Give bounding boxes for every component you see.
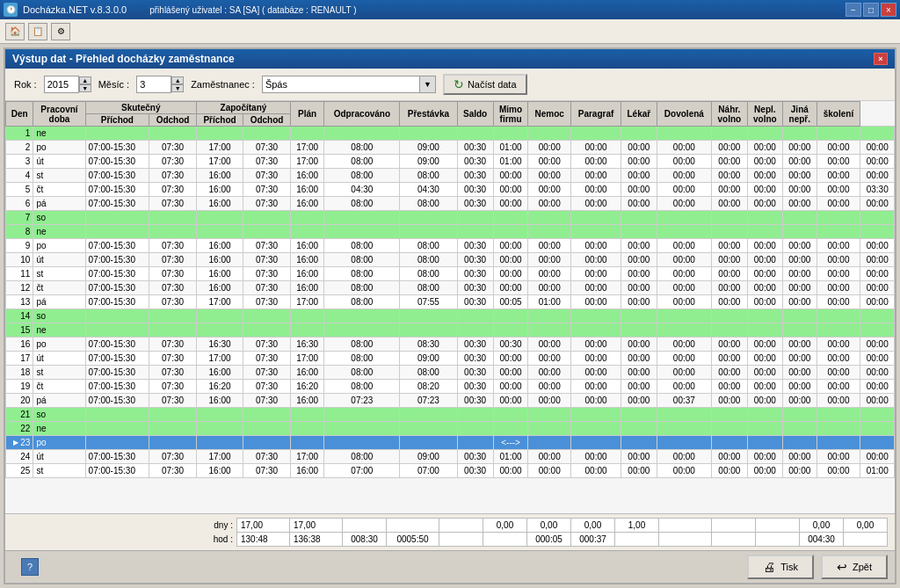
table-row[interactable]: 25st07:00-15:3007:3016:0007:3016:0007:00… [6,464,895,478]
dny-nemoc: 0,00 [527,519,571,533]
col-saldo: Saldo [457,102,493,127]
table-body: 1ne2po07:00-15:3007:3017:0007:3017:0008:… [6,127,895,478]
window-titlebar: 🕐 Docházka.NET v.8.3.0.0 přihlášený uživ… [0,0,900,19]
hod-nahr [712,533,756,547]
table-row[interactable]: 7so [6,211,895,225]
toolbar: 🏠 📋 ⚙ [0,19,900,44]
hod-plan: 130:48 [237,533,290,547]
col-zap-od: Odchod [243,114,291,127]
table-row[interactable]: 4st07:00-15:3007:3016:0007:3016:0008:000… [6,169,895,183]
rok-input[interactable] [44,76,79,93]
back-icon: ↩ [837,560,847,574]
zamestnanec-label: Zaměstnanec : [191,79,255,90]
table-row[interactable]: 16po07:00-15:3007:3016:3007:3016:3008:00… [6,338,895,352]
table-row[interactable]: 13pá07:00-15:3007:3017:0007:3017:0008:00… [6,295,895,309]
hod-jina: 004:30 [800,533,844,547]
col-nemoc: Nemoc [528,102,571,127]
table-row[interactable]: 14so [6,309,895,323]
app-title: Docházka.NET v.8.3.0.0 [23,4,127,15]
col-skutecny: Skutečný [85,102,196,114]
hod-label: hod : [12,533,237,547]
dny-saldo [387,519,439,533]
summary-table: dny : 17,00 17,00 0,00 0,00 0,00 1,00 0,… [12,518,888,547]
mesic-down-button[interactable]: ▼ [171,84,184,92]
col-sc-od: Odchod [149,114,197,127]
col-zap-pr: Příchod [196,114,243,127]
table-row[interactable]: 10út07:00-15:3007:3016:0007:3016:0008:00… [6,253,895,267]
hod-dov [659,533,712,547]
tisk-button[interactable]: 🖨 Tisk [747,555,814,579]
mesic-input[interactable] [136,76,171,93]
table-row[interactable]: 9po07:00-15:3007:3016:0007:3016:0008:000… [6,239,895,253]
zamestnanec-dropdown-button[interactable]: ▼ [420,76,436,93]
dny-jina: 0,00 [800,519,844,533]
hod-parag: 000:37 [571,533,615,547]
toolbar-btn-2[interactable]: 📋 [28,23,47,40]
rok-up-button[interactable]: ▲ [79,76,91,84]
summary-area: dny : 17,00 17,00 0,00 0,00 0,00 1,00 0,… [5,513,895,550]
summary-hod-row: hod : 130:48 136:38 008:30 0005:50 000:0… [12,533,888,547]
attendance-table: Den Pracovnídoba Skutečný Započítaný Plá… [5,101,895,478]
dny-mimo: 0,00 [483,519,527,533]
table-row[interactable]: 6pá07:00-15:3007:3016:0007:3016:0008:000… [6,197,895,211]
dny-nepl [756,519,800,533]
user-info: přihlášený uživatel : SA [SA] ( databáze… [149,5,356,15]
col-jina: Jinánepř. [783,102,817,127]
dialog: Výstup dat - Přehled docházky zaměstnanc… [4,47,896,584]
window-close-button[interactable]: × [881,3,896,17]
dny-odpr2 [439,519,483,533]
table-row[interactable]: 12čt07:00-15:3007:3016:0007:3016:0008:00… [6,281,895,295]
mesic-up-button[interactable]: ▲ [171,76,184,84]
col-skol: školení [817,102,860,127]
dny-parag: 0,00 [571,519,615,533]
table-row[interactable]: 24út07:00-15:3007:3017:0007:3017:0008:00… [6,450,895,464]
summary-dny-row: dny : 17,00 17,00 0,00 0,00 0,00 1,00 0,… [12,519,888,533]
col-prest: Přestávka [400,102,457,127]
col-dov: Dovolená [657,102,712,127]
col-plan: Plán [290,102,323,127]
table-row[interactable]: 15ne [6,323,895,338]
hod-nepl [756,533,800,547]
filter-bar: Rok : ▲ ▼ Měsíc : ▲ ▼ Zaměstnanec : ▼ ↻ … [5,69,895,101]
nacist-button[interactable]: ↻ Načíst data [443,74,527,95]
dialog-close-button[interactable]: × [874,53,888,65]
hod-odpr2 [439,533,483,547]
hod-lekar [615,533,659,547]
col-den: Den [6,102,33,127]
rok-label: Rok : [14,79,37,90]
table-row[interactable]: 18st07:00-15:3007:3016:0007:3016:0008:00… [6,366,895,380]
dny-skol: 0,00 [844,519,888,533]
hod-nemoc: 000:05 [527,533,571,547]
toolbar-btn-3[interactable]: ⚙ [51,23,70,40]
zpet-button[interactable]: ↩ Zpět [821,555,888,579]
col-sc-pr: Příchod [85,114,149,127]
table-row[interactable]: ▶23po<---> [6,436,895,450]
minimize-button[interactable]: − [846,3,861,17]
table-row[interactable]: 3út07:00-15:3007:3017:0007:3017:0008:000… [6,155,895,169]
print-icon: 🖨 [763,560,775,574]
col-zapocitany: Započítaný [196,102,290,114]
dny-prest [343,519,387,533]
rok-down-button[interactable]: ▼ [79,84,91,92]
table-row[interactable]: 19čt07:00-15:3007:3016:2007:3016:2008:00… [6,380,895,394]
dialog-title: Výstup dat - Přehled docházky zaměstnanc… [12,53,235,65]
help-icon[interactable]: ? [21,558,39,576]
data-table-container: Den Pracovnídoba Skutečný Započítaný Plá… [5,101,895,513]
table-row[interactable]: 8ne [6,225,895,239]
hod-odpr: 136:38 [290,533,343,547]
table-row[interactable]: 22ne [6,422,895,436]
table-row[interactable]: 1ne [6,127,895,141]
table-row[interactable]: 21so [6,408,895,422]
dny-odpr: 17,00 [290,519,343,533]
zamestnanec-input[interactable] [262,76,420,93]
hod-mimo [483,533,527,547]
table-row[interactable]: 20pá07:00-15:3007:3016:0007:3016:0007:23… [6,394,895,408]
table-row[interactable]: 11st07:00-15:3007:3016:0007:3016:0008:00… [6,267,895,281]
toolbar-btn-1[interactable]: 🏠 [5,23,25,40]
dny-nahr [712,519,756,533]
table-row[interactable]: 5čt07:00-15:3007:3016:0007:3016:0004:300… [6,183,895,197]
maximize-button[interactable]: □ [863,3,879,17]
dny-label: dny : [12,519,237,533]
table-row[interactable]: 17út07:00-15:3007:3017:0007:3017:0008:00… [6,352,895,366]
table-row[interactable]: 2po07:00-15:3007:3017:0007:3017:0008:000… [6,141,895,155]
